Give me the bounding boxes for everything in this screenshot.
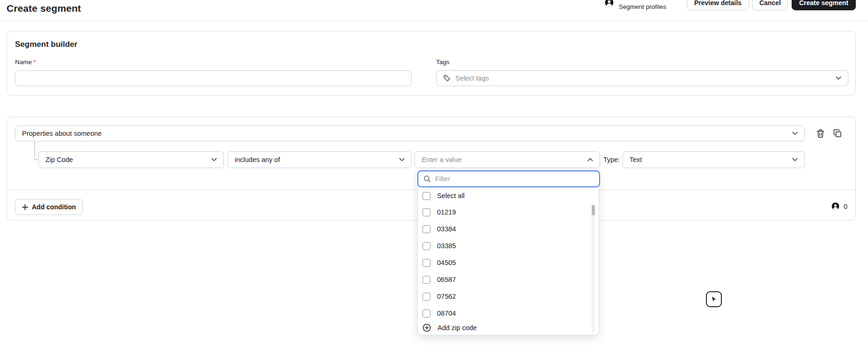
profile-icon [605,0,614,7]
cursor-widget-icon [711,296,717,302]
create-segment-page: Create segment Segment profiles Preview … [0,0,868,354]
create-segment-button[interactable]: Create segment [792,0,856,10]
type-label: Type: [603,156,620,163]
page-title: Create segment [7,3,81,14]
zip-option-checkbox[interactable] [423,259,430,267]
required-marker: * [33,59,36,66]
zip-option-checkbox[interactable] [423,208,430,216]
zip-option-row[interactable]: 06587 [418,273,587,287]
property-select[interactable]: Zip Code [38,151,224,168]
zip-option-checkbox[interactable] [423,276,430,284]
chevron-down-icon [836,76,841,80]
tags-placeholder: Select tags [455,74,836,82]
chevron-down-icon [399,158,405,162]
trash-icon [816,129,824,138]
add-zip-code-row[interactable]: Add zip code [418,321,587,335]
header-divider [0,21,868,21]
name-label: Name* [15,59,36,66]
tag-icon [443,74,451,82]
profile-count-value: 0 [844,203,847,210]
floating-widget-button[interactable] [706,291,722,307]
value-dropdown-panel: Select all 01219 03384 03385 04505 06587… [417,170,599,335]
profile-count: 0 [831,202,847,210]
chevron-down-icon [211,158,217,162]
zip-option-checkbox[interactable] [423,242,430,250]
select-all-row[interactable]: Select all [418,189,587,203]
zip-option-checkbox[interactable] [423,225,430,233]
search-icon [423,175,431,183]
segment-builder-card: Segment builder Name* Tags Select tags [7,31,856,96]
preview-details-button[interactable]: Preview details [687,0,749,10]
profile-icon [831,202,839,210]
segment-profiles-label: Segment profiles [619,3,666,10]
select-all-label: Select all [437,192,465,199]
zip-option-row[interactable]: 08704 [418,306,587,320]
operator-select[interactable]: includes any of [228,151,412,168]
chevron-down-icon [792,132,798,135]
dropdown-scrollbar-track[interactable] [592,204,595,333]
zip-option-row[interactable]: 03385 [418,239,587,253]
plus-icon [22,204,28,210]
type-select[interactable]: Text [623,151,805,168]
duplicate-condition-button[interactable] [832,128,843,139]
chevron-up-icon [587,158,593,162]
add-zip-code-label: Add zip code [438,324,477,332]
condition-subject-select[interactable]: Properties about someone [15,125,805,141]
value-multiselect[interactable]: Enter a value [415,151,600,168]
zip-option-row[interactable]: 04505 [418,256,587,270]
zip-option-checkbox[interactable] [423,293,430,301]
zip-option-checkbox[interactable] [423,310,430,317]
select-all-checkbox[interactable] [423,192,430,200]
dropdown-scrollbar-thumb[interactable] [592,205,595,215]
delete-condition-button[interactable] [815,128,825,139]
tags-select[interactable]: Select tags [436,70,848,86]
plus-circle-icon [423,324,431,332]
segment-builder-heading: Segment builder [15,40,77,49]
filter-input[interactable] [435,175,594,183]
filter-field[interactable] [417,170,600,187]
copy-icon [833,129,842,138]
zip-option-row[interactable]: 03384 [418,222,587,236]
value-placeholder: Enter a value [422,156,587,163]
condition-connector [34,141,35,160]
tags-label: Tags [436,59,450,66]
zip-option-row[interactable]: 07562 [418,289,587,303]
add-condition-button[interactable]: Add condition [15,199,83,215]
chevron-down-icon [792,158,798,162]
zip-option-row[interactable]: 01219 [418,205,587,219]
cancel-button[interactable]: Cancel [752,0,788,10]
segment-name-input[interactable] [15,70,412,86]
